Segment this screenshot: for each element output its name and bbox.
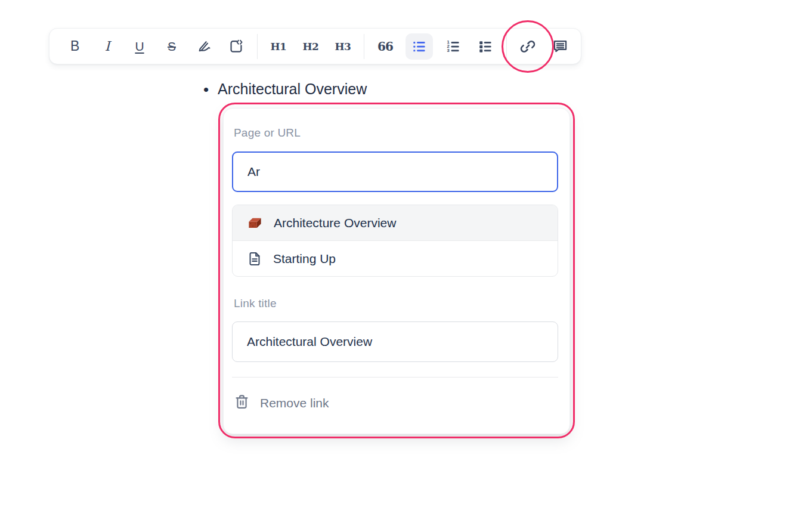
link-title-label: Link title bbox=[234, 297, 277, 310]
task-list-icon bbox=[478, 39, 493, 54]
suggestion-label: Architecture Overview bbox=[274, 216, 396, 230]
link-popup: Page or URL Architecture Overview bbox=[223, 108, 570, 434]
bold-icon: B bbox=[70, 38, 80, 54]
suggestion-dropdown: Architecture Overview Starting Up bbox=[232, 205, 558, 277]
block-group: 66 1 2 3 bbox=[364, 33, 506, 60]
link-title-input[interactable] bbox=[232, 321, 558, 362]
italic-icon: I bbox=[105, 39, 110, 54]
link-button[interactable] bbox=[516, 33, 540, 60]
bullet-marker: • bbox=[203, 82, 209, 97]
strikethrough-button[interactable]: S bbox=[160, 33, 184, 60]
code-block-button[interactable] bbox=[224, 33, 248, 60]
highlighter-button[interactable] bbox=[192, 33, 216, 60]
ordered-list-icon: 1 2 3 bbox=[445, 39, 461, 54]
h1-button[interactable]: H1 bbox=[267, 33, 290, 60]
comment-button[interactable] bbox=[548, 33, 572, 60]
h2-button[interactable]: H2 bbox=[299, 33, 323, 60]
bullet-list-button[interactable] bbox=[406, 33, 433, 60]
code-block-icon bbox=[228, 39, 244, 54]
suggestion-starting-up[interactable]: Starting Up bbox=[233, 241, 558, 277]
brick-icon bbox=[247, 215, 263, 231]
insert-group bbox=[507, 33, 581, 60]
italic-button[interactable]: I bbox=[95, 33, 119, 60]
comment-icon bbox=[552, 38, 568, 54]
bullet-item-text: Architectural Overview bbox=[218, 81, 367, 98]
text-style-group: B I U S bbox=[54, 33, 257, 60]
bullet-list-icon bbox=[411, 39, 427, 54]
trash-icon bbox=[234, 394, 250, 413]
h3-icon: H3 bbox=[335, 41, 351, 52]
editor-bullet-line[interactable]: • Architectural Overview bbox=[203, 81, 367, 98]
task-list-button[interactable] bbox=[473, 33, 497, 60]
page-or-url-input[interactable] bbox=[232, 151, 558, 192]
remove-link-button[interactable]: Remove link bbox=[234, 390, 329, 416]
formatting-toolbar: B I U S bbox=[49, 28, 581, 64]
remove-link-label: Remove link bbox=[260, 396, 329, 410]
page-or-url-label: Page or URL bbox=[234, 126, 301, 140]
h3-button[interactable]: H3 bbox=[331, 33, 355, 60]
ordered-list-button[interactable]: 1 2 3 bbox=[441, 33, 465, 60]
link-icon bbox=[519, 38, 536, 55]
document-icon bbox=[247, 251, 262, 267]
h1-icon: H1 bbox=[271, 41, 287, 52]
divider bbox=[232, 377, 558, 378]
strikethrough-icon: S bbox=[168, 39, 176, 54]
underline-button[interactable]: U bbox=[128, 33, 151, 60]
heading-group: H1 H2 H3 bbox=[258, 33, 364, 60]
bold-button[interactable]: B bbox=[63, 33, 87, 60]
underline-icon: U bbox=[135, 39, 144, 54]
suggestion-architecture-overview[interactable]: Architecture Overview bbox=[233, 205, 558, 241]
suggestion-label: Starting Up bbox=[273, 252, 336, 266]
h2-icon: H2 bbox=[303, 41, 319, 52]
blockquote-button[interactable]: 66 bbox=[373, 33, 397, 60]
svg-text:3: 3 bbox=[447, 48, 450, 53]
blockquote-icon: 66 bbox=[377, 39, 393, 54]
highlighter-pen-icon bbox=[196, 39, 212, 54]
